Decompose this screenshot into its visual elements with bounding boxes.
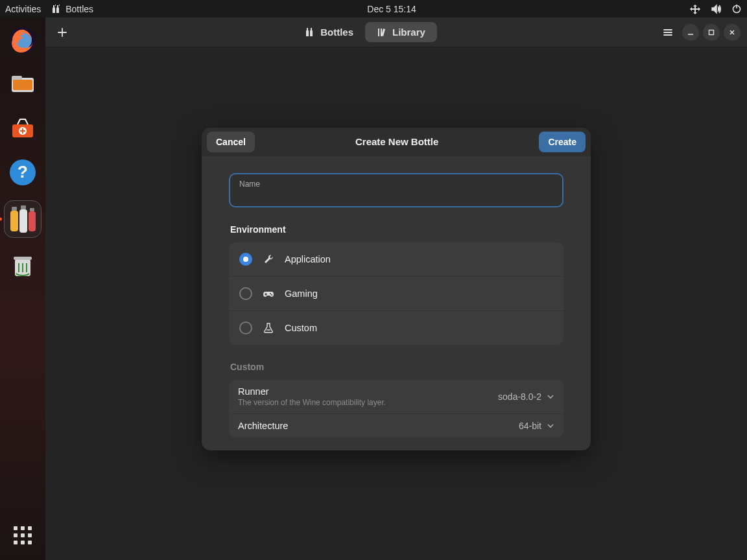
menu-icon — [663, 27, 673, 38]
topbar-app-indicator[interactable]: Bottles — [51, 4, 93, 14]
runner-value: soda-8.0-2 — [498, 391, 541, 402]
svg-point-20 — [270, 293, 271, 294]
window-maximize[interactable] — [703, 24, 720, 41]
name-field[interactable]: Name — [229, 173, 563, 207]
bottles-icon — [51, 4, 62, 14]
dock-firefox[interactable] — [6, 24, 39, 56]
volume-icon[interactable] — [711, 4, 721, 14]
topbar-clock[interactable]: Dec 5 15:14 — [367, 4, 416, 14]
close-icon — [729, 29, 735, 36]
tab-library-label: Library — [392, 27, 425, 38]
dock-software[interactable] — [6, 112, 39, 145]
architecture-title: Architecture — [238, 421, 288, 431]
library-icon — [377, 27, 387, 38]
radio-application[interactable] — [239, 253, 252, 266]
activities-button[interactable]: Activities — [5, 4, 41, 14]
dock-trash[interactable] — [6, 250, 39, 282]
topbar-app-name: Bottles — [65, 4, 93, 14]
svg-rect-15 — [30, 208, 34, 211]
dock-files[interactable] — [6, 68, 39, 100]
chevron-down-icon — [547, 422, 554, 430]
architecture-value: 64-bit — [519, 421, 541, 431]
tab-bottles-label: Bottles — [320, 27, 353, 38]
bottles-icon — [305, 27, 315, 38]
runner-row[interactable]: Runner The version of the Wine compatibi… — [229, 380, 563, 414]
wrench-icon — [263, 253, 274, 265]
cancel-button[interactable]: Cancel — [207, 132, 255, 152]
radio-custom[interactable] — [239, 321, 252, 334]
env-gaming-row[interactable]: Gaming — [229, 277, 563, 311]
name-input[interactable] — [239, 189, 553, 200]
environment-heading: Environment — [230, 224, 563, 235]
window-close[interactable] — [724, 24, 741, 41]
view-switcher: Bottles Library — [293, 22, 437, 42]
minimize-icon — [687, 29, 694, 36]
dock-bottles[interactable] — [4, 200, 42, 238]
chevron-down-icon — [547, 393, 554, 401]
svg-rect-6 — [13, 80, 32, 90]
architecture-row[interactable]: Architecture 64-bit — [229, 414, 563, 438]
svg-rect-19 — [709, 30, 714, 34]
env-custom-row[interactable]: Custom — [229, 311, 563, 345]
environment-list: Application Gaming Custom — [229, 242, 563, 345]
env-gaming-label: Gaming — [285, 288, 318, 299]
network-icon[interactable] — [690, 4, 700, 14]
runner-desc: The version of the Wine compatibility la… — [238, 398, 386, 407]
svg-text:?: ? — [18, 162, 28, 181]
name-label: Name — [239, 180, 553, 189]
svg-rect-16 — [29, 211, 36, 231]
env-custom-label: Custom — [285, 323, 317, 333]
new-bottle-button[interactable] — [52, 22, 73, 43]
radio-gaming[interactable] — [239, 287, 252, 300]
svg-rect-12 — [10, 211, 18, 231]
env-application-row[interactable]: Application — [229, 242, 563, 277]
headerbar: Bottles Library — [45, 18, 747, 47]
dialog-title: Create New Bottle — [355, 136, 438, 147]
create-button[interactable]: Create — [539, 132, 586, 152]
maximize-icon — [708, 29, 715, 36]
create-bottle-dialog: Cancel Create New Bottle Create Name Env… — [202, 128, 591, 450]
tab-bottles[interactable]: Bottles — [293, 22, 365, 42]
ubuntu-dock: ? — [0, 18, 45, 560]
power-icon[interactable] — [731, 4, 742, 14]
hamburger-menu[interactable] — [658, 22, 678, 43]
dock-help[interactable]: ? — [6, 156, 39, 189]
bottles-window: Bottles Library — [45, 18, 747, 560]
gamepad-icon — [263, 288, 274, 299]
env-application-label: Application — [285, 254, 331, 264]
window-minimize[interactable] — [682, 24, 699, 41]
svg-rect-14 — [19, 209, 27, 233]
gnome-topbar: Activities Bottles Dec 5 15:14 — [0, 0, 747, 18]
plus-icon — [57, 27, 67, 38]
dialog-header: Cancel Create New Bottle Create — [202, 128, 591, 156]
svg-rect-11 — [12, 207, 17, 211]
svg-rect-1 — [736, 5, 737, 8]
custom-options: Runner The version of the Wine compatibi… — [229, 380, 563, 438]
svg-point-21 — [271, 294, 272, 296]
custom-heading: Custom — [230, 362, 563, 372]
svg-rect-18 — [14, 257, 32, 260]
svg-rect-13 — [21, 205, 26, 209]
runner-title: Runner — [238, 386, 386, 397]
tab-library[interactable]: Library — [365, 22, 437, 42]
dock-show-apps[interactable] — [10, 522, 36, 548]
flask-icon — [263, 322, 274, 334]
